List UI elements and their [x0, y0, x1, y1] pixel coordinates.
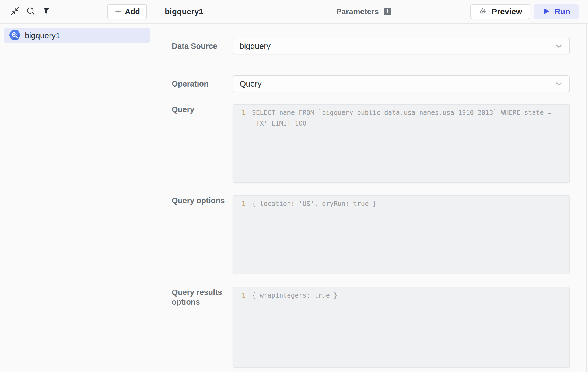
plus-icon — [114, 7, 122, 16]
filter-button[interactable] — [41, 7, 51, 16]
query-results-options-placeholder-text: { wrapIntegers: true } — [246, 290, 569, 364]
query-placeholder-text: SELECT name FROM `bigquery-public-data.u… — [246, 107, 569, 180]
eye-icon — [478, 7, 487, 17]
field-row-data-source: Data Source bigquery — [172, 38, 570, 54]
sidebar-item-bigquery1[interactable]: bigquery1 — [4, 28, 150, 43]
query-code-editor[interactable]: 1 SELECT name FROM `bigquery-public-data… — [233, 104, 570, 183]
scrollbar-track[interactable] — [586, 24, 587, 372]
query-results-options-code-editor[interactable]: 1 { wrapIntegers: true } — [233, 287, 570, 368]
field-row-operation: Operation Query — [172, 75, 570, 92]
query-list: bigquery1 — [0, 24, 154, 47]
line-number: 1 — [233, 107, 246, 180]
collapse-panel-button[interactable] — [10, 7, 20, 16]
line-number: 1 — [233, 290, 246, 364]
header-actions: Preview Run — [407, 4, 579, 19]
selected-value: Query — [240, 79, 262, 88]
app-root: Add bigquery1 bigque — [0, 0, 588, 372]
query-options-placeholder-text: { location: 'US', dryRun: true } — [246, 198, 569, 270]
parameters-label: Parameters — [336, 7, 379, 16]
field-label: Query options — [172, 195, 233, 205]
main-panel: bigquery1 Parameters — [154, 0, 588, 372]
preview-button-label: Preview — [492, 7, 522, 16]
add-parameter-button[interactable] — [384, 8, 391, 15]
add-button-label: Add — [125, 7, 140, 16]
field-label: Data Source — [172, 41, 233, 51]
line-number: 1 — [233, 198, 246, 270]
sidebar: Add bigquery1 — [0, 0, 154, 372]
search-icon — [26, 6, 36, 17]
field-row-query-results-options: Query results options 1 { wrapIntegers: … — [172, 287, 570, 368]
header-left: bigquery1 — [165, 7, 336, 16]
filter-icon — [41, 6, 51, 17]
query-item-label: bigquery1 — [25, 31, 60, 40]
selected-value: bigquery — [240, 42, 271, 51]
page-title: bigquery1 — [165, 7, 203, 16]
query-options-code-editor[interactable]: 1 { location: 'US', dryRun: true } — [233, 195, 570, 273]
chevron-down-icon — [554, 41, 564, 51]
field-label: Query — [172, 104, 233, 114]
field-row-query-options: Query options 1 { location: 'US', dryRun… — [172, 195, 570, 273]
data-source-select[interactable]: bigquery — [233, 38, 570, 54]
field-row-query: Query 1 SELECT name FROM `bigquery-publi… — [172, 104, 570, 183]
main-header: bigquery1 Parameters — [154, 0, 588, 24]
preview-button[interactable]: Preview — [470, 4, 530, 19]
field-label: Operation — [172, 79, 233, 89]
sidebar-toolbar: Add — [0, 0, 154, 24]
parameters-section: Parameters — [336, 7, 391, 16]
bigquery-icon — [9, 29, 20, 42]
query-form: Data Source bigquery Operation — [154, 24, 588, 372]
search-button[interactable] — [26, 7, 36, 16]
run-button[interactable]: Run — [534, 4, 579, 19]
run-button-label: Run — [555, 7, 570, 16]
chevron-down-icon — [554, 79, 564, 89]
collapse-icon — [10, 6, 20, 17]
plus-icon — [384, 8, 390, 15]
operation-select[interactable]: Query — [233, 75, 570, 92]
field-label: Query results options — [172, 287, 233, 307]
play-icon — [542, 7, 550, 16]
add-query-button[interactable]: Add — [107, 4, 147, 19]
